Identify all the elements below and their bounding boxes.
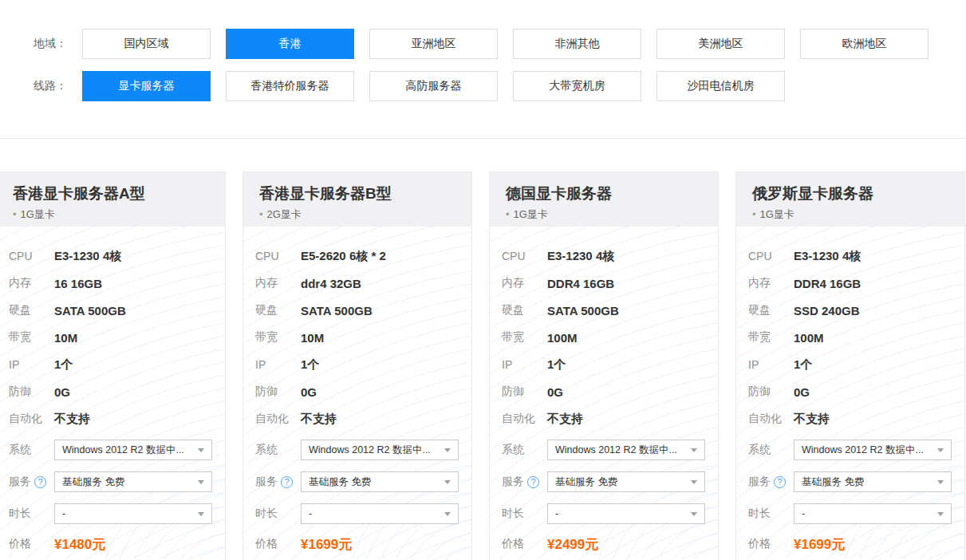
service-select[interactable]: 基础服务 免费 xyxy=(794,471,952,492)
system-select[interactable]: Windows 2012 R2 数据中... xyxy=(794,440,952,460)
spec-label: 价格 xyxy=(502,537,547,551)
spec-label: 带宽 xyxy=(9,330,54,345)
gpu-spec-text: 2G显卡 xyxy=(267,208,302,220)
filter-option-button[interactable]: 美洲地区 xyxy=(656,29,785,59)
gpu-spec-text: 1G显卡 xyxy=(760,208,794,220)
product-title: 香港显卡服务器A型 xyxy=(13,184,209,203)
duration-select[interactable]: - xyxy=(547,503,705,524)
spec-value: 1个 xyxy=(301,357,319,373)
spec-row-bandwidth: 带宽 100M xyxy=(736,324,964,351)
duration-select[interactable]: - xyxy=(54,503,212,524)
spec-row-defense: 防御 0G xyxy=(736,378,964,405)
service-select[interactable]: 基础服务 免费 xyxy=(547,471,705,492)
spec-label: 系统 xyxy=(502,443,547,457)
spec-value: 不支持 xyxy=(794,412,830,427)
chevron-down-icon xyxy=(937,448,944,452)
spec-value: 不支持 xyxy=(301,412,337,427)
system-select-value: Windows 2012 R2 数据中... xyxy=(802,444,924,457)
filter-option-button[interactable]: 沙田电信机房 xyxy=(656,71,785,101)
filter-option-button[interactable]: 香港 xyxy=(226,29,354,59)
spec-label: 带宽 xyxy=(502,330,547,345)
spec-label: 带宽 xyxy=(255,330,301,345)
spec-row-bandwidth: 带宽 10M xyxy=(243,324,471,351)
filter-option-button[interactable]: 高防服务器 xyxy=(369,71,498,101)
chevron-down-icon xyxy=(444,448,451,452)
spec-label: CPU xyxy=(9,250,54,262)
gpu-spec-text: 1G显卡 xyxy=(21,208,55,220)
spec-row-cpu: CPU E3-1230 4核 xyxy=(0,243,225,270)
chevron-down-icon xyxy=(198,512,204,516)
spec-row-cpu: CPU E3-1230 4核 xyxy=(736,243,964,270)
spec-label: 硬盘 xyxy=(748,303,794,317)
spec-row-ip: IP 1个 xyxy=(243,351,471,378)
filter-option-button[interactable]: 欧洲地区 xyxy=(800,29,929,59)
card-header: 香港显卡服务器B型 •2G显卡 xyxy=(243,172,471,227)
duration-select-value: - xyxy=(309,508,312,519)
filter-option-button[interactable]: 大带宽机房 xyxy=(513,71,641,101)
spec-value: E3-1230 4核 xyxy=(54,249,121,264)
filter-option-button[interactable]: 香港特价服务器 xyxy=(226,71,354,101)
duration-select[interactable]: - xyxy=(794,503,952,524)
system-select[interactable]: Windows 2012 R2 数据中... xyxy=(54,440,212,460)
product-subtitle: •2G显卡 xyxy=(259,207,455,222)
spec-row-disk: 硬盘 SATA 500GB xyxy=(0,297,225,324)
spec-label: 服务 xyxy=(502,475,524,489)
help-question-icon[interactable]: ? xyxy=(281,476,293,488)
product-title: 俄罗斯显卡服务器 xyxy=(752,184,948,203)
duration-select-row: 时长 - xyxy=(736,503,964,524)
spec-value: E5-2620 6核 * 2 xyxy=(301,249,386,264)
spec-row-ip: IP 1个 xyxy=(736,351,964,378)
service-select[interactable]: 基础服务 免费 xyxy=(54,471,212,492)
duration-select-row: 时长 - xyxy=(243,503,471,524)
price-value: ¥1480元 xyxy=(54,535,105,554)
spec-value: 不支持 xyxy=(54,412,90,427)
spec-value: 16 16GB xyxy=(54,277,102,290)
spec-row-defense: 防御 0G xyxy=(243,378,471,405)
spec-list: CPU E5-2620 6核 * 2 内存 ddr4 32GB 硬盘 SATA … xyxy=(243,243,471,432)
spec-label: 服务 xyxy=(748,475,771,489)
spec-value: DDR4 16GB xyxy=(547,277,614,290)
price-value: ¥2499元 xyxy=(547,535,598,554)
spec-label: 自动化 xyxy=(9,412,54,426)
card-header: 香港显卡服务器A型 •1G显卡 xyxy=(0,172,225,227)
product-title: 德国显卡服务器 xyxy=(506,184,702,203)
spec-label: 硬盘 xyxy=(9,303,54,317)
spec-row-automation: 自动化 不支持 xyxy=(490,405,718,432)
service-select-value: 基础服务 免费 xyxy=(62,475,124,489)
price-row: 价格 ¥1699元 xyxy=(736,534,964,554)
spec-row-automation: 自动化 不支持 xyxy=(243,405,471,432)
system-select[interactable]: Windows 2012 R2 数据中... xyxy=(547,440,705,460)
filter-option-button[interactable]: 非洲其他 xyxy=(513,29,641,59)
card-header: 俄罗斯显卡服务器 •1G显卡 xyxy=(736,172,964,227)
spec-label: 内存 xyxy=(748,276,794,290)
chevron-down-icon xyxy=(937,512,944,516)
spec-label: CPU xyxy=(502,250,547,262)
spec-label: 内存 xyxy=(502,276,547,290)
spec-value: 0G xyxy=(547,385,563,399)
service-select[interactable]: 基础服务 免费 xyxy=(301,471,459,492)
service-select-value: 基础服务 免费 xyxy=(802,475,864,489)
help-question-icon[interactable]: ? xyxy=(34,476,46,488)
spec-label-with-help: 服务 ? xyxy=(9,475,54,489)
help-question-icon[interactable]: ? xyxy=(527,476,539,488)
help-question-icon[interactable]: ? xyxy=(774,476,786,488)
spec-value: SATA 500GB xyxy=(301,304,373,317)
service-select-row: 服务 ? 基础服务 免费 xyxy=(243,471,471,492)
duration-select-row: 时长 - xyxy=(0,503,225,524)
system-select[interactable]: Windows 2012 R2 数据中... xyxy=(301,440,459,460)
duration-select[interactable]: - xyxy=(301,503,459,524)
chevron-down-icon xyxy=(691,480,697,484)
spec-label: 内存 xyxy=(9,276,54,290)
system-select-value: Windows 2012 R2 数据中... xyxy=(555,444,677,457)
spec-label: IP xyxy=(9,358,54,371)
spec-label: 系统 xyxy=(255,443,301,457)
filter-option-button[interactable]: 国内区域 xyxy=(82,29,211,59)
spec-row-memory: 内存 ddr4 32GB xyxy=(243,270,471,297)
spec-label: IP xyxy=(255,358,301,371)
filter-option-button[interactable]: 亚洲地区 xyxy=(369,29,498,59)
system-select-value: Windows 2012 R2 数据中... xyxy=(62,444,184,457)
filter-option-button[interactable]: 显卡服务器 xyxy=(82,71,211,101)
spec-value: E3-1230 4核 xyxy=(547,249,614,264)
spec-value: E3-1230 4核 xyxy=(794,249,861,264)
spec-label: 防御 xyxy=(502,385,547,399)
